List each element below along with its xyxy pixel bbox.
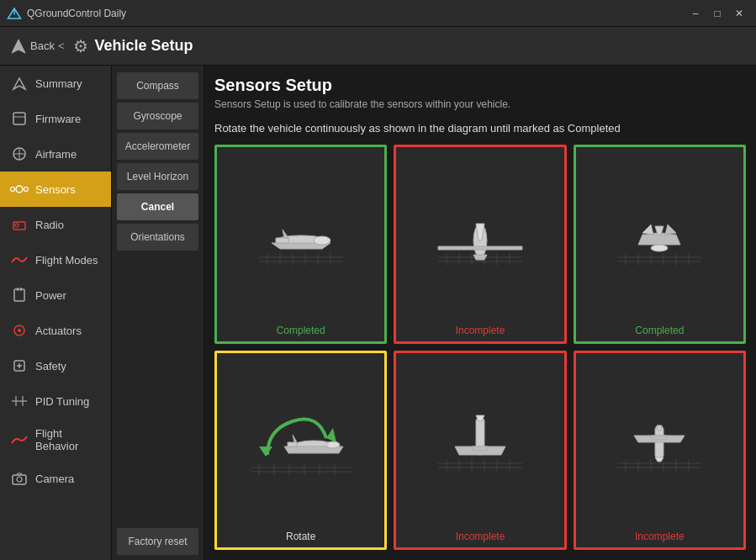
aircraft-vertical2-svg bbox=[609, 400, 710, 484]
firmware-icon bbox=[10, 109, 29, 128]
cal-label-2: Incomplete bbox=[456, 325, 505, 336]
header-title: Vehicle Setup bbox=[95, 37, 193, 55]
svg-marker-103 bbox=[655, 457, 663, 462]
cal-cell-5: Incomplete bbox=[394, 351, 566, 550]
svg-marker-51 bbox=[473, 255, 487, 260]
sidebar-label-safety: Safety bbox=[35, 360, 66, 372]
sidebar-label-flight-modes: Flight Modes bbox=[35, 254, 98, 267]
sidebar-label-flight-behavior: Flight Behavior bbox=[35, 427, 101, 452]
svg-point-65 bbox=[651, 245, 668, 251]
sidebar-label-airframe: Airframe bbox=[35, 148, 77, 161]
svg-marker-37 bbox=[276, 238, 288, 243]
aircraft-front-svg bbox=[430, 194, 531, 278]
sidebar-label-pid: PID Tuning bbox=[35, 395, 89, 408]
svg-point-11 bbox=[24, 188, 29, 192]
plane-icon bbox=[10, 38, 27, 55]
cal-cell-3: Completed bbox=[574, 145, 746, 344]
cal-cell-6: Incomplete bbox=[574, 351, 746, 550]
sidebar-label-power: Power bbox=[35, 289, 66, 302]
cal-label-3: Completed bbox=[635, 325, 684, 336]
sensor-sub-panel: Compass Gyroscope Accelerometer Level Ho… bbox=[112, 66, 204, 560]
sensor-buttons: Compass Gyroscope Accelerometer Level Ho… bbox=[112, 66, 204, 257]
sidebar-item-actuators[interactable]: Actuators bbox=[0, 313, 111, 348]
cal-cell-2: Incomplete bbox=[394, 145, 566, 344]
svg-point-39 bbox=[314, 236, 330, 245]
flight-behavior-icon bbox=[10, 431, 29, 449]
svg-marker-49 bbox=[438, 246, 522, 250]
gyroscope-button[interactable]: Gyroscope bbox=[117, 103, 198, 129]
sidebar-item-camera[interactable]: Camera bbox=[0, 461, 111, 496]
orientations-button[interactable]: Orientations bbox=[117, 224, 198, 251]
svg-point-9 bbox=[16, 186, 23, 193]
svg-marker-79 bbox=[293, 435, 297, 442]
gear-icon: ⚙ bbox=[73, 36, 88, 56]
aircraft-6 bbox=[581, 358, 738, 526]
sidebar-item-firmware[interactable]: Firmware bbox=[0, 101, 111, 136]
sidebar-item-pid-tuning[interactable]: PID Tuning bbox=[0, 383, 111, 419]
back-button[interactable]: Back < bbox=[10, 38, 65, 55]
svg-marker-75 bbox=[259, 446, 272, 457]
svg-rect-14 bbox=[14, 289, 24, 301]
svg-point-26 bbox=[17, 477, 22, 482]
actuators-icon bbox=[10, 321, 29, 340]
svg-marker-78 bbox=[288, 442, 297, 446]
aircraft-vertical-svg bbox=[430, 400, 531, 484]
svg-marker-63 bbox=[665, 225, 676, 235]
aircraft-rotate-svg bbox=[242, 396, 360, 489]
cal-cell-4: Rotate bbox=[214, 351, 387, 550]
cancel-button[interactable]: Cancel bbox=[117, 193, 198, 220]
compass-button[interactable]: Compass bbox=[117, 72, 198, 99]
aircraft-2 bbox=[401, 152, 558, 320]
sidebar-label-radio: Radio bbox=[35, 219, 64, 231]
sidebar-item-flight-modes[interactable]: Flight Modes bbox=[0, 242, 111, 277]
sidebar-label-sensors: Sensors bbox=[35, 183, 76, 196]
window-controls: – □ ✕ bbox=[685, 5, 749, 22]
sidebar-label-summary: Summary bbox=[35, 77, 82, 90]
minimize-button[interactable]: – bbox=[685, 5, 706, 22]
cal-cell-1: Completed bbox=[214, 145, 387, 344]
sidebar-item-safety[interactable]: Safety bbox=[0, 348, 111, 383]
svg-marker-62 bbox=[642, 225, 653, 235]
calibration-grid: Completed bbox=[214, 145, 746, 550]
sensor-content: Sensors Setup Sensors Setup is used to c… bbox=[204, 66, 756, 560]
sidebar-item-sensors[interactable]: Sensors bbox=[0, 172, 111, 207]
sidebar-item-flight-behavior[interactable]: Flight Behavior bbox=[0, 419, 111, 461]
sidebar: Summary Firmware Airframe Sensors bbox=[0, 66, 112, 560]
sidebar-item-airframe[interactable]: Airframe bbox=[0, 136, 111, 172]
page-title: Sensors Setup bbox=[214, 76, 746, 95]
sensors-area: Compass Gyroscope Accelerometer Level Ho… bbox=[112, 66, 756, 560]
maximize-button[interactable]: □ bbox=[707, 5, 727, 22]
accelerometer-button[interactable]: Accelerometer bbox=[117, 133, 198, 160]
svg-point-80 bbox=[326, 441, 340, 448]
power-icon bbox=[10, 286, 29, 304]
titlebar-title: QGroundControl Daily bbox=[27, 8, 685, 19]
level-horizon-button[interactable]: Level Horizon bbox=[117, 163, 198, 190]
cal-label-6: Incomplete bbox=[635, 531, 685, 542]
main-layout: Summary Firmware Airframe Sensors bbox=[0, 66, 756, 560]
aircraft-4 bbox=[222, 358, 379, 526]
svg-marker-92 bbox=[472, 446, 489, 451]
airframe-icon bbox=[10, 145, 29, 163]
svg-marker-104 bbox=[651, 436, 668, 440]
app-icon bbox=[7, 6, 22, 21]
aircraft-5 bbox=[401, 358, 558, 526]
aircraft-normal-svg bbox=[251, 194, 352, 278]
svg-marker-2 bbox=[12, 40, 25, 53]
safety-icon bbox=[10, 357, 29, 375]
sidebar-item-power[interactable]: Power bbox=[0, 277, 111, 313]
aircraft-3 bbox=[581, 152, 738, 320]
cal-label-1: Completed bbox=[277, 325, 325, 336]
sidebar-label-firmware: Firmware bbox=[35, 113, 81, 125]
sidebar-item-radio[interactable]: Radio bbox=[0, 207, 111, 242]
svg-point-18 bbox=[18, 329, 21, 332]
sidebar-label-actuators: Actuators bbox=[35, 325, 82, 337]
close-button[interactable]: ✕ bbox=[729, 5, 749, 22]
pid-icon bbox=[10, 392, 29, 410]
svg-point-13 bbox=[15, 224, 19, 227]
sidebar-item-summary[interactable]: Summary bbox=[0, 66, 111, 101]
summary-icon bbox=[10, 74, 29, 92]
factory-reset-button[interactable]: Factory reset bbox=[117, 528, 198, 555]
svg-marker-61 bbox=[638, 235, 680, 245]
header: Back < ⚙ Vehicle Setup bbox=[0, 27, 756, 66]
page-subtitle: Sensors Setup is used to calibrate the s… bbox=[214, 98, 746, 110]
